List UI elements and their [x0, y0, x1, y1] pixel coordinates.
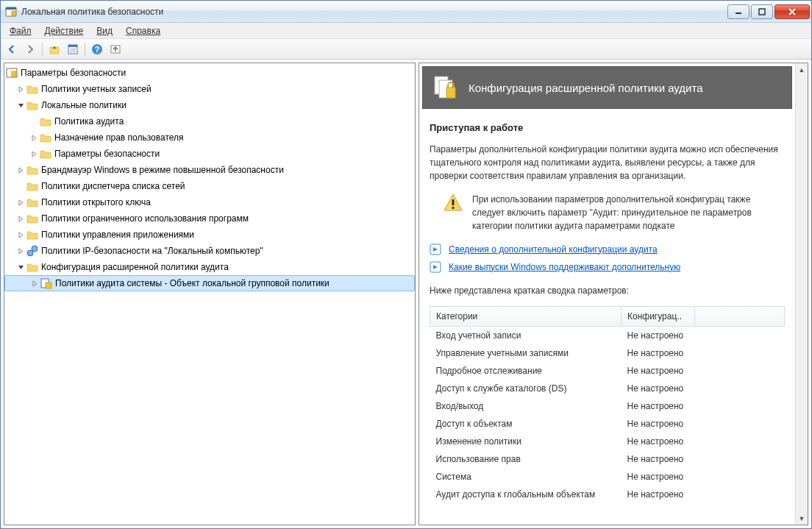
cell-category: Аудит доступа к глобальным объектам: [430, 486, 622, 503]
table-row[interactable]: Управление учетными записямиНе настроено: [430, 344, 785, 362]
col-blank[interactable]: [695, 306, 785, 326]
expander-icon[interactable]: [16, 85, 25, 93]
folder-icon: [40, 148, 51, 160]
window-buttons: [726, 4, 810, 19]
tree-user-rights[interactable]: Назначение прав пользователя: [4, 129, 415, 146]
minimize-button[interactable]: [727, 4, 749, 19]
ipsec-icon: [26, 245, 38, 257]
expander-icon[interactable]: [29, 149, 38, 158]
menubar: Файл Действие Вид Справка: [1, 23, 811, 39]
tree-advanced-audit[interactable]: Конфигурация расширенной политики аудита: [4, 259, 415, 275]
app-icon: [5, 6, 17, 18]
arrow-right-icon: [430, 261, 441, 273]
svg-text:?: ?: [95, 45, 100, 54]
tree-audit-policy[interactable]: · Политика аудита: [4, 113, 415, 129]
audit-policy-icon: [40, 277, 52, 289]
table-row[interactable]: Аудит доступа к глобальным объектамНе на…: [430, 486, 785, 503]
table-row[interactable]: Подробное отслеживаниеНе настроено: [430, 362, 785, 380]
tree-label: Политики IP-безопасности на "Локальный к…: [41, 246, 263, 256]
export-button[interactable]: [107, 41, 124, 57]
arrow-right-icon: [430, 244, 441, 255]
svg-rect-3: [736, 13, 741, 14]
tree-panel[interactable]: Параметры безопасности Политики учетных …: [4, 63, 416, 525]
tree-system-audit-policies[interactable]: Политики аудита системы - Объект локальн…: [4, 275, 415, 291]
getting-started-heading: Приступая к работе: [430, 121, 785, 135]
table-row[interactable]: Доступ к объектамНе настроено: [430, 415, 785, 433]
close-button[interactable]: [774, 4, 810, 19]
expander-icon[interactable]: [30, 279, 39, 288]
cell-configuration: Не настроено: [622, 362, 695, 380]
tree-app-control[interactable]: Политики управления приложениями: [4, 227, 415, 243]
back-button[interactable]: [4, 41, 20, 57]
tree-public-key[interactable]: Политики открытого ключа: [4, 194, 415, 210]
summary-note: Ниже представлена краткая сводка парамет…: [430, 284, 785, 297]
col-categories[interactable]: Категории: [430, 306, 622, 326]
expander-icon[interactable]: [16, 198, 25, 207]
cell-category: Вход учетной записи: [430, 326, 622, 344]
scroll-down-icon[interactable]: ▼: [797, 512, 808, 525]
menu-view[interactable]: Вид: [90, 24, 118, 38]
maximize-button[interactable]: [751, 4, 773, 19]
up-button[interactable]: [46, 41, 63, 57]
expander-icon[interactable]: [29, 133, 38, 142]
toolbar: ?: [1, 39, 811, 60]
help-button[interactable]: ?: [89, 41, 105, 57]
window-title: Локальная политика безопасности: [21, 7, 726, 17]
app-window: Локальная политика безопасности Файл Дей…: [0, 0, 812, 529]
cell-configuration: Не настроено: [622, 468, 695, 486]
expander-icon[interactable]: [16, 263, 25, 271]
tree-label: Параметры безопасности: [54, 149, 160, 159]
link-windows-editions[interactable]: Какие выпуски Windows поддерживают допол…: [449, 260, 680, 274]
expander-icon[interactable]: [16, 230, 25, 239]
toolbar-separator: [42, 43, 43, 56]
properties-button[interactable]: [65, 41, 81, 57]
folder-icon: [26, 180, 38, 192]
expander-icon[interactable]: [16, 101, 25, 110]
folder-icon: [26, 83, 38, 95]
tree-security-options[interactable]: Параметры безопасности: [4, 146, 415, 162]
expander-icon[interactable]: [16, 246, 25, 255]
cell-category: Управление учетными записями: [430, 344, 622, 362]
table-row[interactable]: Вход/выходНе настроено: [430, 397, 785, 415]
cell-configuration: Не настроено: [622, 415, 695, 433]
tree-root[interactable]: Параметры безопасности: [4, 65, 415, 81]
warning-text: При использовании параметров дополнитель…: [472, 193, 785, 232]
svg-rect-2: [12, 11, 15, 15]
cell-category: Доступ к объектам: [430, 415, 622, 433]
tree-label: Брандмауэр Windows в режиме повышенной б…: [41, 165, 284, 175]
menu-help[interactable]: Справка: [120, 24, 166, 38]
table-row[interactable]: Изменение политикиНе настроено: [430, 433, 785, 450]
folder-icon: [26, 213, 38, 224]
scroll-up-icon[interactable]: ▲: [797, 63, 808, 76]
forward-button[interactable]: [22, 41, 38, 57]
vertical-scrollbar[interactable]: ▲ ▼: [795, 63, 808, 525]
svg-point-17: [32, 246, 38, 252]
detail-header: Конфигурация расширенной политики аудита: [422, 66, 792, 109]
tree-local-policies[interactable]: Локальные политики: [4, 97, 415, 113]
table-row[interactable]: Вход учетной записиНе настроено: [430, 326, 785, 344]
tree-ipsec[interactable]: Политики IP-безопасности на "Локальный к…: [4, 243, 415, 259]
table-row[interactable]: СистемаНе настроено: [430, 468, 785, 486]
svg-rect-15: [12, 71, 16, 77]
tree-software-restriction[interactable]: Политики ограниченного использования про…: [4, 210, 415, 227]
tree-label: Политики ограниченного использования про…: [41, 213, 249, 224]
tree-account-policies[interactable]: Политики учетных записей: [4, 81, 415, 97]
tree-label: Политика аудита: [54, 116, 124, 127]
col-configuration[interactable]: Конфигурац..: [622, 306, 695, 326]
tree-network-list[interactable]: · Политики диспетчера списка сетей: [4, 178, 415, 194]
tree-label: Параметры безопасности: [21, 68, 126, 78]
table-row[interactable]: Использование правНе настроено: [430, 450, 785, 468]
expander-icon[interactable]: [16, 214, 25, 223]
svg-rect-24: [452, 207, 455, 209]
menu-action[interactable]: Действие: [39, 24, 90, 38]
link-audit-info[interactable]: Сведения о дополнительной конфигурации а…: [449, 243, 658, 256]
cell-category: Изменение политики: [430, 433, 622, 450]
tree-label: Локальные политики: [41, 100, 127, 110]
table-row[interactable]: Доступ к службе каталогов (DS)Не настрое…: [430, 380, 785, 397]
cell-category: Использование прав: [430, 450, 622, 468]
menu-file[interactable]: Файл: [4, 24, 38, 38]
tree-firewall[interactable]: Брандмауэр Windows в режиме повышенной б…: [4, 162, 415, 178]
expander-icon[interactable]: [16, 166, 25, 174]
svg-rect-4: [759, 9, 765, 15]
workspace: Параметры безопасности Политики учетных …: [1, 60, 811, 528]
